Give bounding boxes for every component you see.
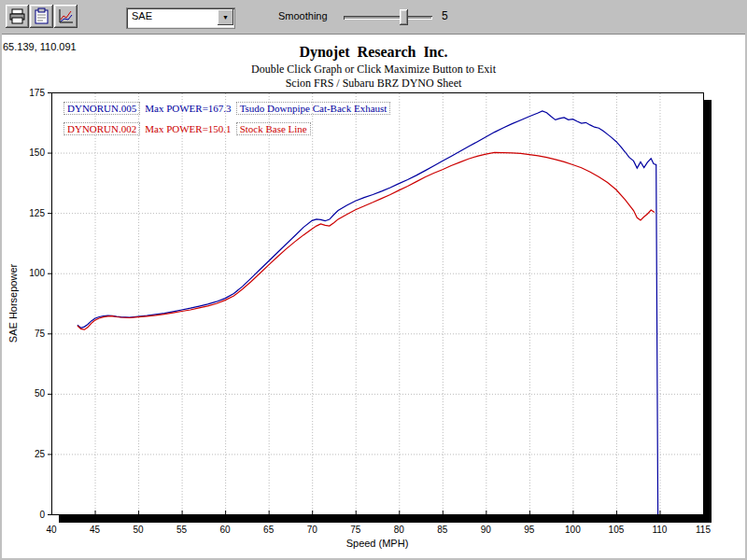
x-tick-label: 75 xyxy=(350,525,361,535)
x-tick-label: 100 xyxy=(565,525,581,535)
graph-settings-button[interactable] xyxy=(54,5,78,28)
chart-legend: DYNORUN.005Max POWER=167.3Tsudo Downpipe… xyxy=(63,103,390,144)
x-tick-label: 40 xyxy=(46,525,57,535)
legend-item[interactable]: DYNORUN.002Max POWER=150.1Stock Base Lin… xyxy=(63,123,390,134)
legend-max-power: Max POWER=150.1 xyxy=(145,123,231,134)
y-tick-label: 125 xyxy=(29,208,45,218)
y-tick-label: 150 xyxy=(29,147,45,158)
legend-item[interactable]: DYNORUN.005Max POWER=167.3Tsudo Downpipe… xyxy=(63,103,390,114)
print-icon xyxy=(8,7,26,25)
legend-max-power: Max POWER=167.3 xyxy=(145,103,231,114)
x-tick-label: 105 xyxy=(609,525,625,535)
copy-button[interactable] xyxy=(30,5,53,28)
x-tick-label: 90 xyxy=(481,525,492,535)
x-tick-label: 70 xyxy=(307,525,318,535)
plot-shadow-bottom xyxy=(59,515,712,523)
y-tick-label: 50 xyxy=(35,388,46,399)
x-axis-label: Speed (MPH) xyxy=(51,538,703,549)
x-tick-label: 80 xyxy=(394,525,405,535)
units-dropdown-value: SAE xyxy=(132,10,152,21)
x-tick-label: 110 xyxy=(652,525,667,535)
x-tick-label: 50 xyxy=(134,525,145,535)
y-tick-label: 0 xyxy=(39,510,45,520)
y-tick-label: 100 xyxy=(29,268,45,278)
x-tick-label: 55 xyxy=(176,525,188,535)
x-tick-label: 115 xyxy=(696,525,711,535)
y-tick-label: 75 xyxy=(35,329,46,339)
app-window: SAE ▼ Smoothing 5 65.139, 110.091 Dynoje… xyxy=(0,0,747,560)
plot-shadow-right xyxy=(704,100,712,523)
legend-description: Stock Base Line xyxy=(236,122,311,135)
slider-track xyxy=(344,16,432,20)
legend-run-name: DYNORUN.005 xyxy=(63,102,140,115)
y-tick-label: 175 xyxy=(29,88,45,98)
dropdown-arrow-icon[interactable]: ▼ xyxy=(218,9,233,25)
plot-border xyxy=(52,93,704,515)
units-dropdown[interactable]: SAE ▼ xyxy=(126,7,235,29)
print-button[interactable] xyxy=(6,5,29,28)
x-tick-label: 65 xyxy=(263,525,275,535)
graph-icon xyxy=(57,7,75,25)
slider-thumb[interactable] xyxy=(400,9,408,25)
y-axis-label: SAE Horsepower xyxy=(7,252,19,355)
smoothing-value: 5 xyxy=(442,9,448,22)
y-tick-label: 25 xyxy=(35,449,46,459)
x-tick-label: 85 xyxy=(437,525,448,535)
x-tick-label: 45 xyxy=(90,525,101,535)
toolbar: SAE ▼ Smoothing 5 xyxy=(0,0,747,35)
x-tick-label: 60 xyxy=(220,525,232,535)
legend-description: Tsudo Downpipe Cat-Back Exhaust xyxy=(236,102,391,115)
smoothing-label: Smoothing xyxy=(278,10,328,21)
smoothing-slider[interactable] xyxy=(344,8,432,26)
clipboard-icon xyxy=(33,7,50,25)
legend-run-name: DYNORUN.002 xyxy=(63,122,140,135)
x-tick-label: 95 xyxy=(524,525,535,535)
